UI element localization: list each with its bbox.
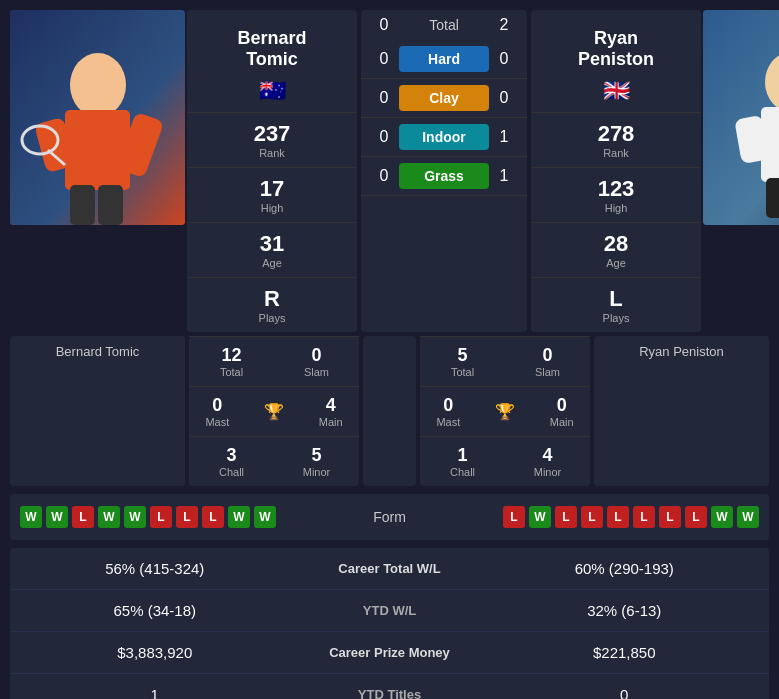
stats-center-label: Career Prize Money: [290, 645, 490, 660]
stats-center-label: Career Total W/L: [290, 561, 490, 576]
form-badge-right: L: [685, 506, 707, 528]
stats-left-val: $3,883,920: [20, 644, 290, 661]
trophy-icon-right: 🏆: [495, 402, 515, 421]
form-badge-right: L: [555, 506, 577, 528]
left-trophy-cell: 🏆: [246, 387, 303, 436]
svg-rect-14: [766, 178, 779, 218]
right-main-cell: 0 Main: [533, 387, 590, 436]
player-stats-right: Ryan Peniston 🇬🇧 278 Rank 123 High 28 Ag…: [531, 10, 701, 332]
svg-rect-5: [70, 185, 95, 225]
stats-left-val: 65% (34-18): [20, 602, 290, 619]
right-slam-cell: 0 Slam: [505, 337, 590, 386]
right-rank-block: 278 Rank: [531, 112, 701, 167]
left-player-flag: 🇦🇺: [187, 74, 357, 112]
left-plays-block: R Plays: [187, 277, 357, 332]
stats-right-val: 32% (6-13): [490, 602, 760, 619]
hard-row: 0 Hard 0: [361, 40, 527, 79]
right-player-name-bottom: Ryan Peniston: [594, 336, 769, 486]
center-bottom-spacer: [363, 336, 416, 486]
right-chall-cell: 1 Chall: [420, 437, 505, 486]
trophy-icon-left: 🏆: [264, 402, 284, 421]
left-rank-block: 237 Rank: [187, 112, 357, 167]
left-main-cell: 4 Main: [302, 387, 359, 436]
right-player-flag: 🇬🇧: [531, 74, 701, 112]
stats-row: 65% (34-18) YTD W/L 32% (6-13): [10, 590, 769, 632]
right-player-photo: [703, 10, 779, 225]
left-age-block: 31 Age: [187, 222, 357, 277]
stats-right-val: 0: [490, 686, 760, 699]
right-player-name-top: Ryan Peniston: [531, 18, 701, 74]
stats-row: $3,883,920 Career Prize Money $221,850: [10, 632, 769, 674]
clay-row: 0 Clay 0: [361, 79, 527, 118]
form-badge-right: L: [503, 506, 525, 528]
stats-left-val: 56% (415-324): [20, 560, 290, 577]
form-badge-left: L: [72, 506, 94, 528]
form-row: WWLWWLLLWW Form LWLLLLLLWW: [20, 506, 759, 528]
form-badge-left: W: [98, 506, 120, 528]
form-badge-right: L: [633, 506, 655, 528]
total-row: 0 Total 2: [361, 10, 527, 40]
main-container: Bernard Tomic 🇦🇺 237 Rank 17 High 31 Age…: [0, 0, 779, 699]
form-badge-right: W: [529, 506, 551, 528]
left-minor-cell: 5 Minor: [274, 437, 359, 486]
left-form-badges: WWLWWLLLWW: [20, 506, 340, 528]
stats-right-val: 60% (290-193): [490, 560, 760, 577]
left-high-block: 17 High: [187, 167, 357, 222]
right-minor-cell: 4 Minor: [505, 437, 590, 486]
grass-row: 0 Grass 1: [361, 157, 527, 196]
left-player-name-bottom: Bernard Tomic: [10, 336, 185, 486]
form-badge-right: W: [711, 506, 733, 528]
stats-right-val: $221,850: [490, 644, 760, 661]
left-slam-cell: 0 Slam: [274, 337, 359, 386]
form-label: Form: [340, 509, 440, 525]
top-section: Bernard Tomic 🇦🇺 237 Rank 17 High 31 Age…: [10, 10, 769, 332]
right-age-block: 28 Age: [531, 222, 701, 277]
stats-row: 56% (415-324) Career Total W/L 60% (290-…: [10, 548, 769, 590]
stats-left-val: 1: [20, 686, 290, 699]
left-player-name-top: Bernard Tomic: [187, 18, 357, 74]
left-stats-bottom: 12 Total 0 Slam 0 Mast 🏆 4 Main: [189, 336, 359, 486]
svg-point-1: [70, 53, 126, 117]
player-stats-left: Bernard Tomic 🇦🇺 237 Rank 17 High 31 Age…: [187, 10, 357, 332]
form-badge-left: W: [20, 506, 42, 528]
right-high-block: 123 High: [531, 167, 701, 222]
form-badge-left: L: [176, 506, 198, 528]
right-plays-block: L Plays: [531, 277, 701, 332]
right-mast-cell: 0 Mast: [420, 387, 477, 436]
indoor-row: 0 Indoor 1: [361, 118, 527, 157]
svg-rect-2: [65, 110, 130, 190]
form-badge-left: L: [202, 506, 224, 528]
form-badge-left: W: [124, 506, 146, 528]
bottom-name-row: Bernard Tomic 12 Total 0 Slam 0 Mast: [10, 336, 769, 486]
svg-rect-6: [98, 185, 123, 225]
left-total-cell: 12 Total: [189, 337, 274, 386]
form-badge-left: W: [254, 506, 276, 528]
left-player-photo: [10, 10, 185, 225]
stats-center-label: YTD Titles: [290, 687, 490, 699]
form-badge-right: W: [737, 506, 759, 528]
right-trophy-cell: 🏆: [477, 387, 534, 436]
form-section: WWLWWLLLWW Form LWLLLLLLWW: [10, 494, 769, 540]
right-stats-bottom: 5 Total 0 Slam 0 Mast 🏆 0 Main: [420, 336, 590, 486]
stats-row: 1 YTD Titles 0: [10, 674, 769, 699]
left-mast-cell: 0 Mast: [189, 387, 246, 436]
form-badge-right: L: [607, 506, 629, 528]
form-badge-left: L: [150, 506, 172, 528]
form-badge-right: L: [659, 506, 681, 528]
form-badge-right: L: [581, 506, 603, 528]
right-total-cell: 5 Total: [420, 337, 505, 386]
stats-table: 56% (415-324) Career Total W/L 60% (290-…: [10, 548, 769, 699]
right-form-badges: LWLLLLLLWW: [440, 506, 760, 528]
center-stats: 0 Total 2 0 Hard 0 0 Clay 0 0 Indoor 1 0: [361, 10, 527, 332]
left-chall-cell: 3 Chall: [189, 437, 274, 486]
form-badge-left: W: [228, 506, 250, 528]
form-badge-left: W: [46, 506, 68, 528]
stats-center-label: YTD W/L: [290, 603, 490, 618]
